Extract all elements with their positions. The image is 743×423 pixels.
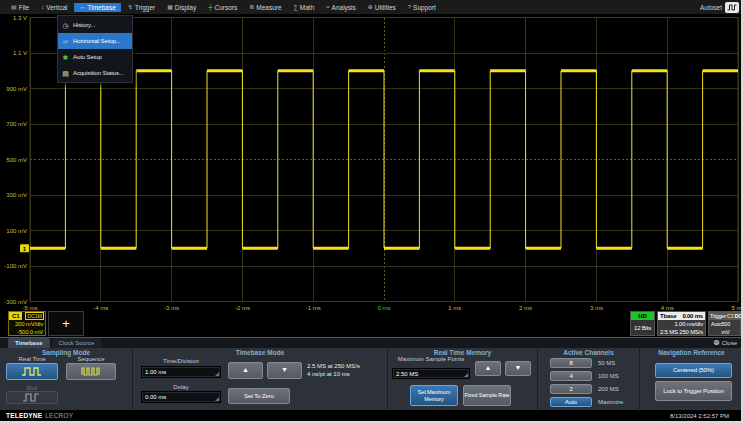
dialog-tab-bar: Timebase Clock Source ⊗ Close <box>0 338 743 348</box>
timebase-descriptor-header: Tbase 0.00 ms <box>658 312 705 320</box>
c1-offset: -500.0 mV <box>9 328 45 336</box>
menu-math[interactable]: ∑Math <box>289 3 320 12</box>
x-axis-tick-label: -2 ms <box>235 305 250 311</box>
c1-descriptor-header: C1 DC1M <box>9 312 45 320</box>
roll-waveform-icon <box>22 393 42 402</box>
time-division-up-button[interactable]: ▲ <box>228 362 263 379</box>
menu-vertical[interactable]: ↕Vertical <box>36 3 72 12</box>
lock-to-trigger-position-button[interactable]: Lock to Trigger Position <box>655 381 732 401</box>
delay-field[interactable]: 0.00 ms <box>141 391 221 403</box>
section-active-channels: Active Channels 8 50 MS 4 100 MS 2 200 M… <box>538 348 640 411</box>
measure-icon: ≣ <box>249 4 254 10</box>
fixed-sample-rate-button[interactable]: Fixed Sample Rate <box>463 385 511 406</box>
navigation-reference-title: Navigation Reference <box>640 349 743 356</box>
sequence-pulses-icon <box>81 366 101 377</box>
section-timebase-mode: Timebase Mode Time/Division 1.00 ms ▲ ▼ … <box>133 348 388 411</box>
menu-analysis-label: Analysis <box>332 4 356 11</box>
menu-item-acquisition-status-label: Acquisition Status... <box>73 70 124 76</box>
channels-auto-button[interactable]: Auto <box>550 397 592 407</box>
time-division-field[interactable]: 1.00 ms <box>141 366 221 378</box>
menu-timebase[interactable]: ↔Timebase <box>74 3 120 12</box>
time-division-down-button[interactable]: ▼ <box>267 362 302 379</box>
clock-timestamp: 8/13/2024 2:52:57 PM <box>670 413 737 419</box>
menu-file[interactable]: ▤File <box>6 3 34 12</box>
up-arrow-icon: ▲ <box>485 364 492 372</box>
menu-display-label: Display <box>175 4 196 11</box>
add-trace-button[interactable]: + <box>48 311 84 336</box>
memory-down-button[interactable]: ▼ <box>505 361 531 376</box>
menu-item-auto-setup[interactable]: ✱Auto Setup <box>58 49 132 65</box>
menu-utilities[interactable]: ⊕Utilities <box>363 3 401 12</box>
tab-timebase[interactable]: Timebase <box>8 338 50 348</box>
section-sampling-mode: Sampling Mode Real Time Sequence Roll <box>0 348 133 411</box>
autoset-button[interactable]: Autoset <box>700 2 743 13</box>
trigger-icon: ↯ <box>128 4 133 10</box>
menu-item-history[interactable]: ◷History... <box>58 17 132 33</box>
menu-item-auto-setup-label: Auto Setup <box>73 54 102 60</box>
hd-mode-box[interactable]: HD 12 Bits <box>630 311 655 336</box>
timebase-setup-dialog: Timebase Clock Source ⊗ Close Sampling M… <box>0 337 743 410</box>
y-axis-tick-label: -100 mV <box>4 263 27 269</box>
close-icon: ⊗ <box>713 339 720 347</box>
set-maximum-memory-button[interactable]: Set Maximum Memory <box>410 385 458 406</box>
menu-item-acquisition-status[interactable]: ▤Acquisition Status... <box>58 65 132 81</box>
c1-coupling-badge: DC1M <box>25 312 44 320</box>
x-axis-tick-label: 2 ms <box>519 305 532 311</box>
vertical-icon: ↕ <box>41 4 44 10</box>
close-label: Close <box>722 340 737 346</box>
horizontal-setup-icon: ⇌ <box>61 38 70 45</box>
trigger-mode-level: Auto 500 mV <box>709 320 740 336</box>
timebase-sampling-info: 2.5 MS 250 MS/s <box>658 328 705 336</box>
descriptor-row: C1 DC1M 200 mV/div -500.0 mV + HD 12 Bit… <box>0 311 743 337</box>
menu-support[interactable]: ?Support <box>403 3 441 12</box>
roll-button[interactable] <box>6 391 58 404</box>
x-axis-tick-label: 1 ms <box>448 305 461 311</box>
max-sample-points-field[interactable]: 2.50 MS <box>392 368 470 379</box>
utilities-icon: ⊕ <box>368 4 373 10</box>
channels-8-button[interactable]: 8 <box>550 358 592 368</box>
dialog-close-button[interactable]: ⊗ Close <box>713 338 743 348</box>
trigger-descriptor-box[interactable]: Trigger C1 DC Auto 500 mV Edge Positive <box>708 311 741 336</box>
menu-math-label: Math <box>300 4 314 11</box>
menu-trigger[interactable]: ↯Trigger <box>123 3 160 12</box>
real-time-label: Real Time <box>6 356 58 363</box>
menu-analysis[interactable]: ≈Analysis <box>321 3 361 12</box>
hd-resolution: 12 Bits <box>631 320 654 336</box>
tab-clock-source[interactable]: Clock Source <box>52 338 102 348</box>
menu-display[interactable]: ▦Display <box>162 3 201 12</box>
max-sample-points-label: Maximum Sample Points <box>392 356 470 363</box>
memory-up-button[interactable]: ▲ <box>475 361 501 376</box>
y-axis-tick-label: 1.1 V <box>13 50 27 56</box>
menu-vertical-label: Vertical <box>46 4 67 11</box>
timebase-icon: ↔ <box>79 4 85 10</box>
down-arrow-icon: ▼ <box>281 366 288 374</box>
c1-waveform-trace[interactable] <box>30 71 738 249</box>
channels-auto-memory-label: Maximize <box>598 399 638 406</box>
x-axis-tick-label: 0 ms <box>377 305 390 311</box>
channels-4-button[interactable]: 4 <box>550 371 592 381</box>
acquisition-status-icon: ▤ <box>61 70 70 77</box>
analysis-icon: ≈ <box>326 4 329 10</box>
real-time-button[interactable] <box>6 363 58 380</box>
sample-rate-info-line2: 4 ns/pt at 10 ms <box>307 370 385 378</box>
timebase-descriptor-box[interactable]: Tbase 0.00 ms 1.00 ms/div 2.5 MS 250 MS/… <box>657 311 706 336</box>
timebase-dropdown-menu: ◷History... ⇌Horizontal Setup... ✱Auto S… <box>57 15 133 83</box>
y-axis-tick-label: 500 mV <box>6 157 27 163</box>
y-axis-tick-label: 100 mV <box>6 228 27 234</box>
menu-cursors[interactable]: ┼Cursors <box>203 3 242 12</box>
menu-utilities-label: Utilities <box>375 4 396 11</box>
sample-rate-info-line1: 2.5 MS at 250 MS/s <box>307 362 385 370</box>
x-axis-tick-label: -1 ms <box>306 305 321 311</box>
centered-button[interactable]: Centered (50%) <box>655 363 732 378</box>
c1-descriptor-box[interactable]: C1 DC1M 200 mV/div -500.0 mV <box>8 311 46 336</box>
menu-item-history-label: History... <box>73 22 95 28</box>
set-to-zero-button[interactable]: Set To Zero <box>228 388 290 404</box>
dialog-body: Sampling Mode Real Time Sequence Roll Ti… <box>0 348 743 411</box>
menu-file-label: File <box>19 4 29 11</box>
sequence-button[interactable] <box>66 363 116 380</box>
menu-item-horizontal-setup[interactable]: ⇌Horizontal Setup... <box>58 33 132 49</box>
menu-measure[interactable]: ≣Measure <box>244 3 286 12</box>
sequence-label: Sequence <box>66 356 116 363</box>
channels-2-button[interactable]: 2 <box>550 384 592 394</box>
add-trace-plus-icon: + <box>62 316 69 331</box>
